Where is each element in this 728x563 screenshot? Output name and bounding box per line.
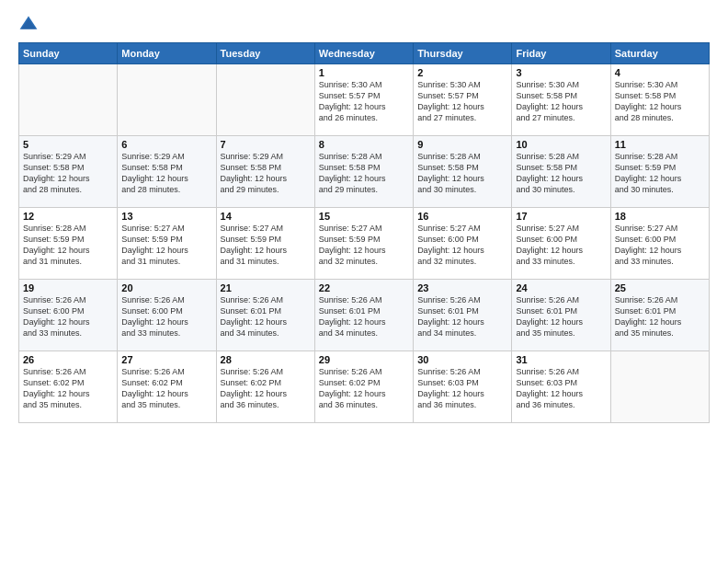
weekday-tuesday: Tuesday bbox=[216, 43, 314, 64]
calendar-cell: 29Sunrise: 5:26 AM Sunset: 6:02 PM Dayli… bbox=[314, 351, 413, 423]
day-info: Sunrise: 5:26 AM Sunset: 6:01 PM Dayligh… bbox=[516, 294, 606, 339]
day-number: 6 bbox=[121, 139, 211, 150]
day-info: Sunrise: 5:27 AM Sunset: 6:00 PM Dayligh… bbox=[417, 223, 507, 268]
calendar-cell: 30Sunrise: 5:26 AM Sunset: 6:03 PM Dayli… bbox=[414, 351, 512, 423]
logo-icon bbox=[18, 15, 39, 35]
day-info: Sunrise: 5:26 AM Sunset: 6:01 PM Dayligh… bbox=[417, 294, 507, 339]
week-row-1: 5Sunrise: 5:29 AM Sunset: 5:58 PM Daylig… bbox=[19, 136, 710, 208]
calendar-cell: 9Sunrise: 5:28 AM Sunset: 5:58 PM Daylig… bbox=[414, 136, 512, 208]
calendar-cell: 8Sunrise: 5:28 AM Sunset: 5:58 PM Daylig… bbox=[314, 136, 413, 208]
day-info: Sunrise: 5:28 AM Sunset: 5:59 PM Dayligh… bbox=[23, 223, 113, 268]
day-number: 16 bbox=[417, 211, 507, 222]
calendar-cell: 24Sunrise: 5:26 AM Sunset: 6:01 PM Dayli… bbox=[512, 280, 610, 351]
calendar-cell: 6Sunrise: 5:29 AM Sunset: 5:58 PM Daylig… bbox=[118, 136, 216, 208]
day-info: Sunrise: 5:28 AM Sunset: 5:59 PM Dayligh… bbox=[615, 151, 705, 196]
day-number: 19 bbox=[23, 282, 113, 293]
calendar-cell: 1Sunrise: 5:30 AM Sunset: 5:57 PM Daylig… bbox=[314, 64, 413, 136]
day-number: 25 bbox=[615, 282, 705, 293]
calendar-cell: 25Sunrise: 5:26 AM Sunset: 6:01 PM Dayli… bbox=[610, 280, 709, 351]
day-info: Sunrise: 5:30 AM Sunset: 5:58 PM Dayligh… bbox=[516, 79, 606, 124]
day-info: Sunrise: 5:26 AM Sunset: 6:01 PM Dayligh… bbox=[221, 294, 311, 339]
day-number: 21 bbox=[221, 282, 311, 293]
day-number: 13 bbox=[121, 211, 211, 222]
day-number: 20 bbox=[121, 282, 211, 293]
day-info: Sunrise: 5:26 AM Sunset: 6:01 PM Dayligh… bbox=[615, 294, 705, 339]
calendar-cell: 21Sunrise: 5:26 AM Sunset: 6:01 PM Dayli… bbox=[216, 280, 314, 351]
calendar-cell: 16Sunrise: 5:27 AM Sunset: 6:00 PM Dayli… bbox=[414, 208, 512, 280]
day-info: Sunrise: 5:30 AM Sunset: 5:57 PM Dayligh… bbox=[319, 79, 409, 124]
calendar-cell: 13Sunrise: 5:27 AM Sunset: 5:59 PM Dayli… bbox=[118, 208, 216, 280]
day-number: 23 bbox=[417, 282, 507, 293]
calendar-cell: 18Sunrise: 5:27 AM Sunset: 6:00 PM Dayli… bbox=[610, 208, 709, 280]
day-info: Sunrise: 5:28 AM Sunset: 5:58 PM Dayligh… bbox=[417, 151, 507, 196]
calendar-cell: 26Sunrise: 5:26 AM Sunset: 6:02 PM Dayli… bbox=[19, 351, 118, 423]
calendar-cell bbox=[216, 64, 314, 136]
logo bbox=[18, 15, 42, 35]
weekday-monday: Monday bbox=[118, 43, 216, 64]
day-number: 14 bbox=[221, 211, 311, 222]
day-number: 27 bbox=[121, 354, 211, 365]
calendar-cell: 12Sunrise: 5:28 AM Sunset: 5:59 PM Dayli… bbox=[19, 208, 118, 280]
calendar-cell bbox=[610, 351, 709, 423]
day-number: 9 bbox=[417, 139, 507, 150]
calendar-cell bbox=[19, 64, 118, 136]
day-info: Sunrise: 5:26 AM Sunset: 6:02 PM Dayligh… bbox=[221, 366, 311, 411]
calendar-cell: 20Sunrise: 5:26 AM Sunset: 6:00 PM Dayli… bbox=[118, 280, 216, 351]
week-row-4: 26Sunrise: 5:26 AM Sunset: 6:02 PM Dayli… bbox=[19, 351, 710, 423]
day-info: Sunrise: 5:29 AM Sunset: 5:58 PM Dayligh… bbox=[23, 151, 113, 196]
day-number: 15 bbox=[319, 211, 409, 222]
calendar-cell: 28Sunrise: 5:26 AM Sunset: 6:02 PM Dayli… bbox=[216, 351, 314, 423]
calendar-cell: 22Sunrise: 5:26 AM Sunset: 6:01 PM Dayli… bbox=[314, 280, 413, 351]
weekday-friday: Friday bbox=[512, 43, 610, 64]
calendar-cell: 19Sunrise: 5:26 AM Sunset: 6:00 PM Dayli… bbox=[19, 280, 118, 351]
calendar-cell: 4Sunrise: 5:30 AM Sunset: 5:58 PM Daylig… bbox=[610, 64, 709, 136]
day-number: 8 bbox=[319, 139, 409, 150]
calendar-cell: 27Sunrise: 5:26 AM Sunset: 6:02 PM Dayli… bbox=[118, 351, 216, 423]
day-info: Sunrise: 5:26 AM Sunset: 6:02 PM Dayligh… bbox=[23, 366, 113, 411]
day-number: 12 bbox=[23, 211, 113, 222]
week-row-3: 19Sunrise: 5:26 AM Sunset: 6:00 PM Dayli… bbox=[19, 280, 710, 351]
day-info: Sunrise: 5:27 AM Sunset: 5:59 PM Dayligh… bbox=[121, 223, 211, 268]
day-info: Sunrise: 5:30 AM Sunset: 5:58 PM Dayligh… bbox=[615, 79, 705, 124]
day-number: 31 bbox=[516, 354, 606, 365]
day-number: 24 bbox=[516, 282, 606, 293]
day-number: 11 bbox=[615, 139, 705, 150]
calendar-cell: 17Sunrise: 5:27 AM Sunset: 6:00 PM Dayli… bbox=[512, 208, 610, 280]
day-number: 2 bbox=[417, 67, 507, 78]
day-number: 29 bbox=[319, 354, 409, 365]
header bbox=[18, 15, 710, 35]
calendar-cell bbox=[118, 64, 216, 136]
day-info: Sunrise: 5:26 AM Sunset: 6:00 PM Dayligh… bbox=[121, 294, 211, 339]
page: SundayMondayTuesdayWednesdayThursdayFrid… bbox=[0, 0, 728, 563]
calendar-cell: 31Sunrise: 5:26 AM Sunset: 6:03 PM Dayli… bbox=[512, 351, 610, 423]
day-info: Sunrise: 5:26 AM Sunset: 6:02 PM Dayligh… bbox=[121, 366, 211, 411]
day-info: Sunrise: 5:27 AM Sunset: 6:00 PM Dayligh… bbox=[516, 223, 606, 268]
weekday-sunday: Sunday bbox=[19, 43, 118, 64]
calendar-cell: 11Sunrise: 5:28 AM Sunset: 5:59 PM Dayli… bbox=[610, 136, 709, 208]
weekday-saturday: Saturday bbox=[610, 43, 709, 64]
week-row-0: 1Sunrise: 5:30 AM Sunset: 5:57 PM Daylig… bbox=[19, 64, 710, 136]
day-number: 18 bbox=[615, 211, 705, 222]
day-info: Sunrise: 5:28 AM Sunset: 5:58 PM Dayligh… bbox=[516, 151, 606, 196]
day-number: 30 bbox=[417, 354, 507, 365]
calendar-cell: 15Sunrise: 5:27 AM Sunset: 5:59 PM Dayli… bbox=[314, 208, 413, 280]
calendar-cell: 10Sunrise: 5:28 AM Sunset: 5:58 PM Dayli… bbox=[512, 136, 610, 208]
week-row-2: 12Sunrise: 5:28 AM Sunset: 5:59 PM Dayli… bbox=[19, 208, 710, 280]
day-info: Sunrise: 5:30 AM Sunset: 5:57 PM Dayligh… bbox=[417, 79, 507, 124]
day-number: 5 bbox=[23, 139, 113, 150]
day-info: Sunrise: 5:27 AM Sunset: 5:59 PM Dayligh… bbox=[221, 223, 311, 268]
day-number: 4 bbox=[615, 67, 705, 78]
calendar-table: SundayMondayTuesdayWednesdayThursdayFrid… bbox=[18, 42, 710, 423]
day-number: 7 bbox=[221, 139, 311, 150]
day-number: 3 bbox=[516, 67, 606, 78]
day-info: Sunrise: 5:27 AM Sunset: 5:59 PM Dayligh… bbox=[319, 223, 409, 268]
day-info: Sunrise: 5:26 AM Sunset: 6:00 PM Dayligh… bbox=[23, 294, 113, 339]
weekday-wednesday: Wednesday bbox=[314, 43, 413, 64]
day-number: 28 bbox=[221, 354, 311, 365]
day-number: 1 bbox=[319, 67, 409, 78]
day-info: Sunrise: 5:26 AM Sunset: 6:01 PM Dayligh… bbox=[319, 294, 409, 339]
day-number: 10 bbox=[516, 139, 606, 150]
calendar-cell: 3Sunrise: 5:30 AM Sunset: 5:58 PM Daylig… bbox=[512, 64, 610, 136]
day-info: Sunrise: 5:29 AM Sunset: 5:58 PM Dayligh… bbox=[221, 151, 311, 196]
day-number: 22 bbox=[319, 282, 409, 293]
